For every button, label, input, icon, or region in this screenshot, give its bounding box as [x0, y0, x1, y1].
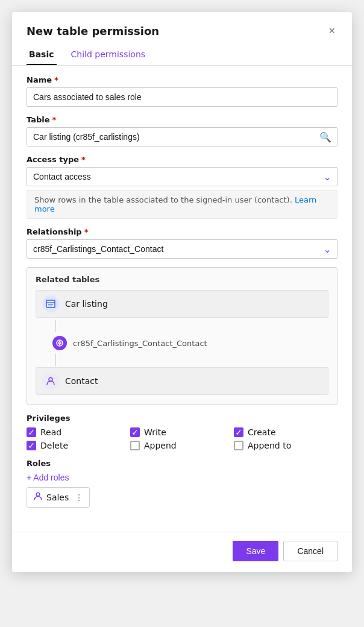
name-input[interactable]	[27, 87, 337, 107]
svg-point-7	[36, 493, 40, 496]
write-label: Write	[144, 427, 166, 437]
tab-bar: Basic Child permissions	[12, 45, 352, 66]
access-type-field-group: Access type * Contact access Global acce…	[27, 155, 337, 186]
privilege-create: ✓ Create	[234, 427, 337, 437]
name-label: Name *	[27, 75, 337, 84]
add-roles-button[interactable]: + Add roles	[27, 473, 69, 482]
table-input[interactable]	[27, 127, 337, 147]
access-type-required-marker: *	[81, 155, 86, 164]
append-checkbox[interactable]	[130, 441, 140, 450]
table-search-wrapper: 🔍	[27, 127, 337, 147]
divider-link	[48, 320, 328, 332]
contact-label: Contact	[65, 376, 98, 386]
table-required-marker: *	[52, 115, 57, 124]
relationship-required-marker: *	[84, 227, 89, 236]
privilege-read: ✓ Read	[27, 427, 130, 437]
privilege-append-to: Append to	[234, 441, 337, 450]
delete-checkbox[interactable]: ✓	[27, 441, 36, 450]
access-type-label: Access type *	[27, 155, 337, 164]
roles-list: Sales ⋮	[27, 487, 337, 508]
related-tables-box: Related tables Car listing	[27, 267, 337, 405]
privilege-write: ✓ Write	[130, 427, 234, 437]
cancel-button[interactable]: Cancel	[283, 541, 337, 561]
car-listing-label: Car listing	[65, 299, 108, 309]
related-table-car-listing: Car listing	[36, 290, 328, 318]
tab-basic[interactable]: Basic	[27, 45, 57, 65]
read-label: Read	[40, 427, 61, 437]
roles-section: Roles + Add roles Sales ⋮	[27, 459, 337, 508]
role-person-icon	[33, 491, 43, 503]
role-sales: Sales ⋮	[27, 487, 90, 508]
modal-title: New table permission	[27, 25, 159, 37]
privileges-grid: ✓ Read ✓ Write ✓ Create ✓ Delete	[27, 427, 337, 450]
role-menu-icon[interactable]: ⋮	[75, 493, 83, 502]
relationship-field-group: Relationship * cr85f_Carlistings_Contact…	[27, 227, 337, 259]
privilege-append: Append	[130, 441, 234, 450]
save-button[interactable]: Save	[233, 541, 278, 561]
write-checkbox[interactable]: ✓	[130, 427, 140, 437]
append-to-checkbox[interactable]	[234, 441, 243, 450]
related-table-contact: Contact	[36, 367, 328, 395]
append-to-label: Append to	[248, 441, 291, 450]
table-icon-car-listing	[42, 295, 59, 312]
create-label: Create	[248, 427, 276, 437]
append-label: Append	[144, 441, 177, 450]
privileges-title: Privileges	[27, 414, 337, 423]
link-row-label: cr85f_Carlistings_Contact_Contact	[73, 339, 207, 348]
access-type-select[interactable]: Contact access Global access Account acc…	[27, 167, 337, 186]
delete-label: Delete	[40, 441, 68, 450]
svg-rect-0	[46, 300, 55, 307]
relationship-label: Relationship *	[27, 227, 337, 236]
roles-title: Roles	[27, 459, 337, 468]
access-type-info-box: Show rows in the table associated to the…	[27, 190, 337, 219]
read-checkbox[interactable]: ✓	[27, 427, 36, 437]
modal-header: New table permission ×	[12, 12, 352, 45]
create-checkbox[interactable]: ✓	[234, 427, 243, 437]
related-table-link-row: cr85f_Carlistings_Contact_Contact	[36, 333, 328, 353]
relationship-select-wrapper: cr85f_Carlistings_Contact_Contact ⌄	[27, 239, 337, 259]
name-field-group: Name *	[27, 75, 337, 107]
modal-body: Name * Table * 🔍 Access type *	[12, 75, 352, 532]
name-required-marker: *	[54, 75, 58, 84]
divider-contact	[48, 354, 328, 366]
related-tables-title: Related tables	[36, 275, 328, 284]
sales-role-label: Sales	[46, 493, 69, 502]
search-icon: 🔍	[319, 131, 331, 143]
privilege-delete: ✓ Delete	[27, 441, 130, 450]
new-table-permission-modal: New table permission × Basic Child permi…	[12, 12, 352, 572]
modal-footer: Save Cancel	[12, 532, 352, 572]
privileges-section: Privileges ✓ Read ✓ Write ✓ Create	[27, 414, 337, 450]
tab-child-permissions[interactable]: Child permissions	[69, 45, 148, 65]
table-icon-contact	[42, 373, 59, 389]
relationship-select[interactable]: cr85f_Carlistings_Contact_Contact	[27, 239, 337, 259]
link-icon	[52, 336, 67, 350]
close-button[interactable]: ×	[326, 23, 337, 39]
table-field-group: Table * 🔍	[27, 115, 337, 147]
access-type-select-wrapper: Contact access Global access Account acc…	[27, 167, 337, 186]
table-label: Table *	[27, 115, 337, 124]
